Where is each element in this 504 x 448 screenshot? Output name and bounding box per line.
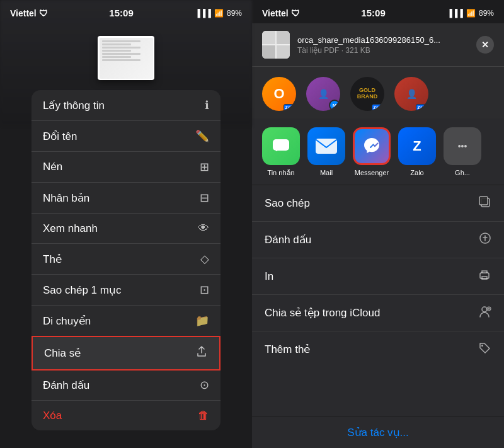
- copy-action-icon: [478, 195, 491, 212]
- action-item-bookmark[interactable]: Đánh dấu: [252, 222, 504, 258]
- action-label-add-tag: Thêm thẻ: [265, 343, 310, 356]
- action-label-print: In: [265, 270, 273, 283]
- thumb-line-3: [102, 47, 141, 49]
- folder-icon: 📁: [195, 314, 209, 328]
- messenger-badge: M: [329, 100, 340, 111]
- action-item-copy[interactable]: Sao chép: [252, 185, 504, 222]
- zalo-icon: Z: [398, 127, 436, 165]
- action-item-add-tag[interactable]: Thêm thẻ: [252, 331, 504, 367]
- menu-item-rename[interactable]: Đổi tên ✏️: [32, 121, 220, 152]
- thumb-line-7: [102, 59, 141, 61]
- svg-rect-3: [479, 197, 488, 205]
- contact-item-1[interactable]: O Zalo: [262, 77, 296, 111]
- menu-item-share[interactable]: Chia sẻ: [32, 336, 220, 370]
- menu-item-quicklook[interactable]: Xem nhanh 👁: [32, 214, 220, 244]
- svg-rect-1: [316, 139, 337, 154]
- zalo-badge-1: Zalo: [284, 104, 296, 111]
- share-file-info: orca_share_media1636099286150_6... Tài l…: [297, 35, 469, 55]
- svg-point-6: [482, 307, 487, 312]
- bookmark-action-icon: [479, 231, 491, 248]
- thumb-c3: [262, 45, 275, 59]
- wifi-icon: 📶: [214, 9, 224, 18]
- menu-label-tag: Thẻ: [43, 253, 62, 266]
- messenger-label: Messenger: [355, 169, 389, 176]
- menu-item-duplicate[interactable]: Nhân bản ⊟: [32, 183, 220, 214]
- pencil-icon: ✏️: [195, 129, 209, 143]
- right-panel: Viettel 🛡 15:09 ▐▐▐ 📶 89% orca_share_med…: [252, 0, 504, 448]
- action-label-bookmark: Đánh dấu: [265, 233, 311, 246]
- thumbnail-inner: [100, 38, 153, 79]
- mail-label: Mail: [320, 169, 333, 176]
- carrier-right: Viettel 🛡: [262, 8, 300, 18]
- menu-label-quicklook: Xem nhanh: [43, 222, 98, 235]
- more-icon: •••: [444, 127, 481, 165]
- share-thumbnail: [262, 31, 290, 59]
- thumb-line-1: [102, 40, 141, 42]
- edit-actions-anchor[interactable]: Sửa tác vụ...: [347, 427, 409, 439]
- share-file-meta: Tài liệu PDF · 321 KB: [297, 46, 469, 55]
- app-item-messenger[interactable]: Messenger: [353, 127, 391, 177]
- share-close-button[interactable]: ✕: [476, 36, 494, 54]
- action-item-print[interactable]: In: [252, 258, 504, 295]
- menu-label-duplicate: Nhân bản: [43, 192, 89, 205]
- signal-icon-right: ▐▐▐: [447, 9, 463, 18]
- svg-rect-5: [480, 273, 489, 279]
- carrier-left: Viettel 🛡: [10, 8, 48, 18]
- menu-label-move: Di chuyển: [43, 314, 91, 328]
- status-bar-right: Viettel 🛡 15:09 ▐▐▐ 📶 89%: [252, 0, 504, 23]
- contact-item-3[interactable]: GOLDBRAND Zalo: [350, 77, 384, 111]
- menu-label-copy-item: Sao chép 1 mục: [43, 284, 121, 297]
- svg-rect-0: [273, 139, 289, 151]
- contacts-row: O Zalo 👤 M GOLDBRAND Zalo 👤 Zalo: [252, 67, 504, 118]
- menu-label-rename: Đổi tên: [43, 130, 77, 143]
- action-list: Sao chép Đánh dấu In: [252, 185, 504, 416]
- menu-item-bookmark[interactable]: Đánh dấu ⊙: [32, 370, 220, 401]
- menu-item-move[interactable]: Di chuyển 📁: [32, 306, 220, 336]
- share-icon: [195, 345, 208, 361]
- contact-avatar-4: 👤 Zalo: [394, 77, 428, 111]
- zalo-badge-4: Zalo: [416, 104, 428, 111]
- eye-icon: 👁: [198, 222, 209, 235]
- menu-item-tag[interactable]: Thẻ ◇: [32, 244, 220, 275]
- share-file-name: orca_share_media1636099286150_6...: [297, 35, 449, 45]
- app-item-zalo[interactable]: Z Zalo: [398, 127, 436, 177]
- app-item-messages[interactable]: Tin nhắn: [262, 127, 300, 177]
- action-item-icloud-share[interactable]: Chia sẻ tệp trong iCloud: [252, 295, 504, 331]
- battery-icon: 89%: [227, 9, 242, 18]
- thumb-c2: [277, 31, 290, 44]
- thumb-line-4: [102, 50, 131, 52]
- messenger-icon: [353, 127, 391, 165]
- zalo-badge-3: Zalo: [372, 104, 384, 111]
- contact-item-2[interactable]: 👤 M: [306, 77, 340, 111]
- tag-icon: ◇: [200, 252, 209, 266]
- menu-label-get-info: Lấy thông tin: [43, 99, 105, 112]
- signal-icon: ▐▐▐: [195, 9, 211, 18]
- contact-avatar-1: O Zalo: [262, 77, 296, 111]
- status-bar-left: Viettel 🛡 15:09 ▐▐▐ 📶 89%: [0, 0, 252, 23]
- messages-label: Tin nhắn: [267, 169, 294, 177]
- menu-label-compress: Nén: [43, 161, 62, 173]
- app-item-more[interactable]: ••• Gh...: [444, 127, 481, 177]
- copy-icon: ⊡: [200, 283, 209, 297]
- apps-row: Tin nhắn Mail: [252, 118, 504, 185]
- contact-item-4[interactable]: 👤 Zalo: [394, 77, 428, 111]
- thumb-line-5: [102, 53, 141, 55]
- context-menu: Lấy thông tin ℹ Đổi tên ✏️ Nén ⊞ Nhân bả…: [32, 90, 220, 430]
- file-thumbnail: [98, 36, 154, 80]
- menu-item-get-info[interactable]: Lấy thông tin ℹ: [32, 90, 220, 121]
- menu-label-delete: Xóa: [43, 410, 62, 422]
- duplicate-icon: ⊟: [200, 191, 209, 205]
- thumb-line-6: [102, 56, 131, 58]
- contact-avatar-2: 👤 M: [306, 77, 340, 111]
- app-item-mail[interactable]: Mail: [307, 127, 345, 177]
- left-panel: Viettel 🛡 15:09 ▐▐▐ 📶 89% Lấy thông tin …: [0, 0, 252, 448]
- menu-item-compress[interactable]: Nén ⊞: [32, 152, 220, 183]
- thumb-line-2: [102, 43, 131, 45]
- menu-item-delete[interactable]: Xóa 🗑: [32, 401, 220, 430]
- icloud-person-icon: [478, 304, 491, 321]
- svg-point-8: [481, 345, 483, 347]
- edit-actions-link[interactable]: Sửa tác vụ...: [252, 417, 504, 448]
- share-file-icon: [262, 31, 290, 59]
- menu-item-copy-item[interactable]: Sao chép 1 mục ⊡: [32, 275, 220, 306]
- action-label-copy: Sao chép: [265, 197, 310, 210]
